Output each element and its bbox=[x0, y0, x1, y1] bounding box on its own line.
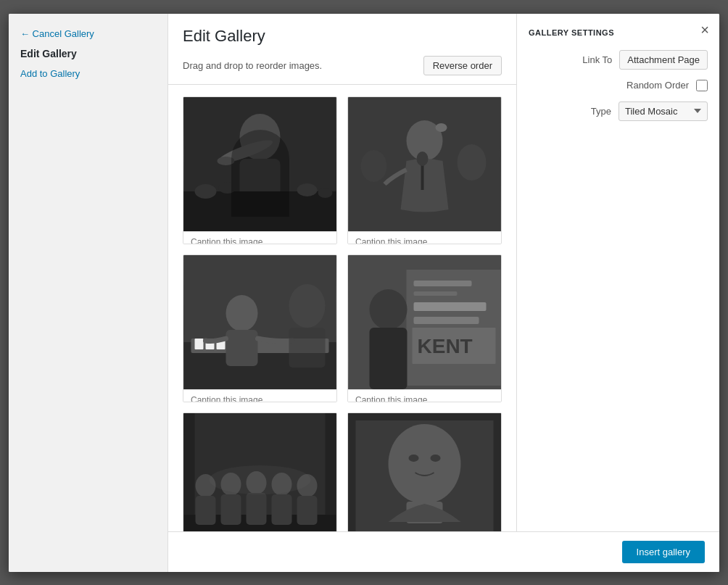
gallery-item[interactable]: KENT bbox=[347, 254, 502, 402]
svg-rect-2 bbox=[240, 159, 281, 209]
random-order-checkbox[interactable] bbox=[696, 80, 708, 91]
svg-point-4 bbox=[218, 157, 235, 165]
svg-rect-31 bbox=[414, 291, 458, 296]
svg-rect-49 bbox=[297, 496, 318, 525]
svg-point-16 bbox=[361, 150, 387, 182]
settings-section-title: GALLERY SETTINGS bbox=[529, 28, 708, 37]
svg-point-15 bbox=[458, 144, 487, 181]
caption-input-4[interactable] bbox=[348, 389, 501, 402]
svg-point-9 bbox=[318, 188, 333, 198]
main-content: Edit Gallery Drag and drop to reorder im… bbox=[168, 14, 516, 572]
main-header: Edit Gallery Drag and drop to reorder im… bbox=[168, 14, 516, 85]
random-order-row: Random Order bbox=[529, 80, 708, 91]
add-to-gallery-link[interactable]: Add to Gallery bbox=[20, 68, 156, 79]
caption-input-3[interactable] bbox=[183, 389, 336, 402]
svg-point-12 bbox=[436, 123, 447, 132]
svg-point-56 bbox=[431, 455, 441, 462]
cancel-gallery-link[interactable]: ← Cancel Gallery bbox=[20, 28, 156, 39]
svg-point-6 bbox=[195, 184, 217, 199]
svg-rect-43 bbox=[221, 494, 241, 525]
svg-point-7 bbox=[219, 182, 236, 194]
sidebar-edit-gallery-label: Edit Gallery bbox=[20, 48, 156, 59]
type-row: Type Tiled Mosaic Thumbnail Grid Slidesh… bbox=[529, 101, 708, 121]
svg-rect-30 bbox=[414, 281, 472, 286]
svg-rect-37 bbox=[370, 328, 408, 389]
gallery-image-3 bbox=[183, 255, 336, 389]
svg-point-36 bbox=[370, 289, 408, 330]
type-label: Type bbox=[591, 106, 611, 117]
settings-panel: GALLERY SETTINGS Link To Attachment Page… bbox=[516, 14, 719, 572]
modal-footer: Insert gallery bbox=[168, 531, 516, 572]
caption-input-2[interactable] bbox=[348, 231, 501, 244]
gallery-image-6 bbox=[348, 413, 501, 547]
svg-point-24 bbox=[226, 295, 258, 331]
svg-point-55 bbox=[409, 455, 419, 462]
page-title: Edit Gallery bbox=[183, 27, 502, 46]
link-to-label: Link To bbox=[582, 54, 612, 65]
svg-text:KENT: KENT bbox=[418, 335, 473, 357]
svg-rect-20 bbox=[195, 339, 204, 349]
gallery-item[interactable] bbox=[183, 254, 337, 402]
svg-rect-52 bbox=[326, 413, 336, 515]
modal: × ← Cancel Gallery Edit Gallery Add to G… bbox=[9, 14, 719, 572]
gallery-image-1 bbox=[183, 97, 336, 231]
svg-rect-45 bbox=[247, 493, 267, 525]
svg-rect-47 bbox=[272, 494, 292, 525]
close-button[interactable]: × bbox=[700, 22, 709, 37]
link-to-row: Link To Attachment Page bbox=[529, 50, 708, 70]
gallery-item[interactable] bbox=[183, 96, 337, 244]
svg-point-54 bbox=[389, 424, 461, 504]
svg-rect-33 bbox=[414, 317, 479, 324]
svg-point-14 bbox=[417, 152, 429, 166]
gallery-item[interactable] bbox=[347, 96, 502, 244]
svg-rect-25 bbox=[226, 330, 258, 366]
drag-drop-hint: Drag and drop to reorder images. bbox=[183, 60, 322, 71]
toolbar: Drag and drop to reorder images. Reverse… bbox=[183, 56, 502, 84]
svg-rect-27 bbox=[289, 328, 326, 368]
svg-rect-41 bbox=[196, 496, 216, 525]
sidebar: ← Cancel Gallery Edit Gallery Add to Gal… bbox=[9, 14, 168, 572]
random-order-label: Random Order bbox=[626, 80, 689, 91]
svg-point-1 bbox=[240, 114, 281, 160]
gallery-grid: KENT bbox=[168, 85, 516, 572]
gallery-image-2 bbox=[348, 97, 501, 231]
link-to-value[interactable]: Attachment Page bbox=[619, 50, 708, 70]
caption-input-1[interactable] bbox=[183, 231, 336, 244]
svg-point-8 bbox=[297, 183, 318, 196]
gallery-image-5 bbox=[183, 413, 336, 547]
svg-point-26 bbox=[289, 284, 326, 328]
reverse-order-button[interactable]: Reverse order bbox=[423, 56, 502, 75]
type-select[interactable]: Tiled Mosaic Thumbnail Grid Slideshow Ti… bbox=[619, 101, 708, 121]
gallery-image-4: KENT bbox=[348, 255, 501, 389]
svg-point-50 bbox=[210, 465, 311, 494]
svg-rect-32 bbox=[414, 302, 487, 311]
svg-rect-51 bbox=[184, 413, 195, 515]
